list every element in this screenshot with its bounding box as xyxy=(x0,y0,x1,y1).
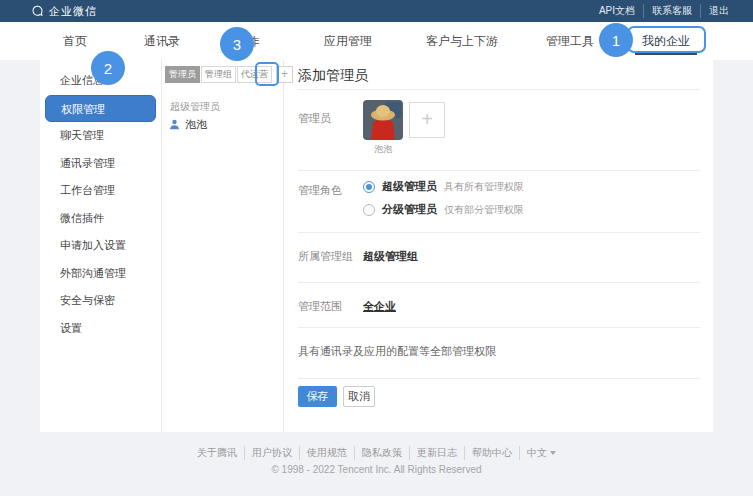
tab-admin-groups[interactable]: 管理组 xyxy=(201,66,236,83)
add-member-plus-button[interactable]: + xyxy=(409,102,445,138)
copyright-text: © 1998 - 2022 Tencent Inc. All Rights Re… xyxy=(0,464,753,475)
sidebar-item-join-settings[interactable]: 申请加入设置 xyxy=(40,232,161,260)
role-option-label: 分级管理员 xyxy=(382,202,437,217)
divider xyxy=(298,89,700,90)
chevron-down-icon xyxy=(550,451,556,455)
top-app-bar: 企业微信 API文档 联系客服 退出 xyxy=(0,0,753,22)
sidebar-item-settings[interactable]: 设置 xyxy=(40,315,161,343)
page-footer: 关于腾讯 用户协议 使用规范 隐私政策 更新日志 帮助中心 中文 © 1998 … xyxy=(0,442,753,475)
radio-selected-icon[interactable] xyxy=(363,181,375,193)
role-option-desc: 仅有部分管理权限 xyxy=(444,203,524,217)
footer-links: 关于腾讯 用户协议 使用规范 隐私政策 更新日志 帮助中心 中文 xyxy=(190,446,563,460)
step3-badge: 3 xyxy=(220,27,254,61)
nav-home[interactable]: 首页 xyxy=(63,22,87,60)
divider xyxy=(298,378,700,379)
logout-link[interactable]: 退出 xyxy=(700,4,737,18)
role-option-super[interactable]: 超级管理员 具有所有管理权限 xyxy=(363,179,524,194)
avatar-photo xyxy=(363,100,403,140)
language-label: 中文 xyxy=(527,446,547,460)
role-field-label: 管理角色 xyxy=(298,183,342,198)
settings-sidebar: 企业信息 权限管理 聊天管理 通讯录管理 工作台管理 微信插件 申请加入设置 外… xyxy=(40,60,162,432)
avatar-name: 泡泡 xyxy=(363,143,403,156)
divider xyxy=(298,170,700,171)
chat-bubble-logo-icon xyxy=(31,5,44,18)
step2-badge: 2 xyxy=(91,51,125,85)
footer-link-usage-rules[interactable]: 使用规范 xyxy=(299,446,354,460)
scope-field-label: 管理范围 xyxy=(298,299,342,314)
sidebar-item-permissions[interactable]: 权限管理 xyxy=(45,95,156,123)
topbar-links: API文档 联系客服 退出 xyxy=(591,0,737,22)
scope-field-value[interactable]: 全企业 xyxy=(363,299,396,314)
admin-group-label: 超级管理员 xyxy=(170,100,220,114)
admin-field-label: 管理员 xyxy=(298,111,331,126)
sidebar-item-workbench[interactable]: 工作台管理 xyxy=(40,177,161,205)
app-logo: 企业微信 xyxy=(31,4,97,19)
nav-customers[interactable]: 客户与上下游 xyxy=(426,22,498,60)
admin-member-name: 泡泡 xyxy=(185,117,207,132)
logo-text: 企业微信 xyxy=(49,4,97,19)
language-selector[interactable]: 中文 xyxy=(519,446,563,460)
sidebar-item-wechat-plugin[interactable]: 微信插件 xyxy=(40,205,161,233)
nav-my-company[interactable]: 我的企业 xyxy=(642,22,690,60)
footer-link-user-agreement[interactable]: 用户协议 xyxy=(244,446,299,460)
avatar[interactable] xyxy=(363,100,403,140)
group-field-value: 超级管理组 xyxy=(363,249,418,264)
nav-contacts[interactable]: 通讯录 xyxy=(144,22,180,60)
admin-list-item[interactable]: 泡泡 xyxy=(169,117,207,132)
footer-link-changelog[interactable]: 更新日志 xyxy=(409,446,464,460)
footer-link-help-center[interactable]: 帮助中心 xyxy=(464,446,519,460)
divider xyxy=(298,232,700,233)
role-option-tiered[interactable]: 分级管理员 仅有部分管理权限 xyxy=(363,202,524,217)
save-button[interactable]: 保存 xyxy=(298,386,337,407)
cancel-button[interactable]: 取消 xyxy=(343,386,375,407)
role-option-label: 超级管理员 xyxy=(382,179,437,194)
api-docs-link[interactable]: API文档 xyxy=(591,4,643,18)
step1-badge: 1 xyxy=(599,23,633,57)
nav-app-management[interactable]: 应用管理 xyxy=(324,22,372,60)
admin-tabs: 管理员 管理组 代运营 + xyxy=(165,66,293,83)
footer-link-about[interactable]: 关于腾讯 xyxy=(190,446,244,460)
tab-agent-ops[interactable]: 代运营 xyxy=(237,66,272,83)
add-admin-plus-button[interactable]: + xyxy=(276,66,293,83)
divider xyxy=(298,327,700,328)
tab-administrators[interactable]: 管理员 xyxy=(165,66,200,83)
footer-link-privacy[interactable]: 隐私政策 xyxy=(354,446,409,460)
admin-list-panel: 管理员 管理组 代运营 + 超级管理员 泡泡 xyxy=(162,60,284,432)
person-icon xyxy=(169,119,180,130)
permission-note: 具有通讯录及应用的配置等全部管理权限 xyxy=(298,344,496,359)
radio-unselected-icon[interactable] xyxy=(363,204,375,216)
nav-admin-tools[interactable]: 管理工具 xyxy=(546,22,594,60)
content-card: 企业信息 权限管理 聊天管理 通讯录管理 工作台管理 微信插件 申请加入设置 外… xyxy=(40,60,713,432)
contact-support-link[interactable]: 联系客服 xyxy=(643,4,700,18)
sidebar-item-security[interactable]: 安全与保密 xyxy=(40,287,161,315)
sidebar-item-contacts-management[interactable]: 通讯录管理 xyxy=(40,150,161,178)
sidebar-item-chat-management[interactable]: 聊天管理 xyxy=(40,122,161,150)
divider xyxy=(298,282,700,283)
group-field-label: 所属管理组 xyxy=(298,249,353,264)
sidebar-item-external-comm[interactable]: 外部沟通管理 xyxy=(40,260,161,288)
role-option-desc: 具有所有管理权限 xyxy=(444,180,524,194)
page-title: 添加管理员 xyxy=(298,67,368,85)
